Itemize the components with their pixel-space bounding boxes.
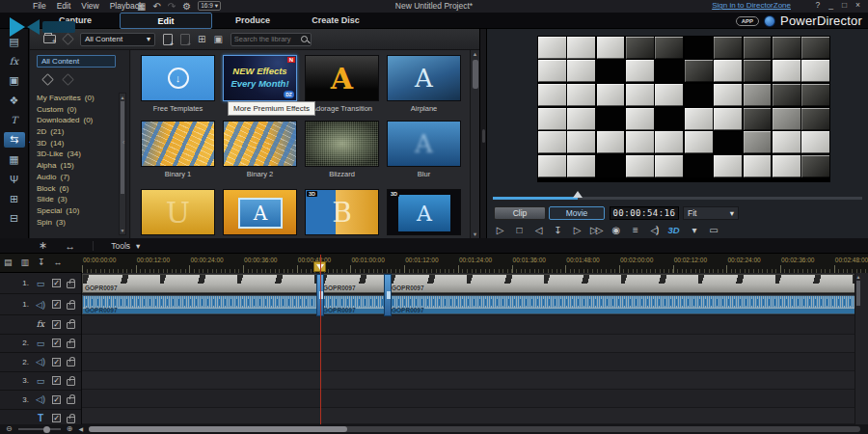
timeline-horizontal-scrollbar[interactable] <box>89 426 860 432</box>
timeline-vertical-scrollbar[interactable]: ▲ <box>854 273 861 424</box>
zoom-fit-dropdown[interactable]: Fit▾ <box>683 206 739 220</box>
track-header[interactable]: 1. ◁) ✓ <box>0 294 81 315</box>
tab-edit[interactable]: Edit <box>120 13 212 29</box>
audio-clip[interactable]: GOPR0097 <box>82 295 319 314</box>
track-enable-checkbox[interactable]: ✓ <box>52 300 61 309</box>
track-enable-checkbox[interactable]: ✓ <box>52 414 61 422</box>
track-header[interactable]: 1. ▭ ✓ <box>0 273 81 294</box>
maximize-button[interactable]: □ <box>842 0 847 10</box>
toolbar-icon[interactable]: ▦ <box>137 1 146 12</box>
zoom-out-button[interactable]: ⊖ <box>6 425 13 433</box>
transition-clip[interactable] <box>384 274 392 316</box>
zoom-in-button[interactable]: ⊕ <box>67 425 73 433</box>
library-thumbnail[interactable]: 3D A <box>223 189 297 235</box>
track-enable-checkbox[interactable]: ✓ <box>52 279 61 287</box>
close-button[interactable]: × <box>855 0 860 10</box>
library-thumbnail[interactable]: Binary 2 <box>223 121 297 178</box>
transport-button[interactable]: □ <box>513 225 524 235</box>
track-enable-checkbox[interactable]: ✓ <box>52 358 61 366</box>
category-item[interactable]: 3D-Like34 <box>37 149 120 160</box>
library-thumbnail[interactable]: 3D A ↓ NEW Effects Every Month! N DZ Air… <box>387 55 461 113</box>
track-lock-icon[interactable] <box>67 341 75 348</box>
library-thumbnail[interactable]: Binary 1 <box>141 121 215 178</box>
track-tool-icon[interactable]: ▤ <box>4 258 13 267</box>
timeline-ruler[interactable]: 00:00:00:00 00:00:12:00 00:00:24:00 00:0… <box>82 254 868 273</box>
category-item[interactable]: Slide3 <box>37 194 120 205</box>
library-scrollbar[interactable]: ▲▼ <box>470 50 479 238</box>
seek-bar[interactable] <box>493 197 862 200</box>
new-tag-icon[interactable] <box>41 73 54 86</box>
track-header[interactable]: 3. ◁) ✓ <box>0 391 81 410</box>
track-header[interactable]: fx ✓ <box>0 315 81 335</box>
library-thumbnail[interactable]: 3D A ↓ NEW Effects Every Month! N DZ Ado… <box>305 55 379 113</box>
category-item[interactable]: Special10 <box>37 205 120 217</box>
toolbar-icon[interactable]: ⚙ <box>182 1 191 12</box>
video-clip[interactable]: GOPR0097 <box>320 274 388 293</box>
toolbar-icon[interactable]: ↷ <box>168 1 176 12</box>
transport-button[interactable]: ◁) <box>648 225 659 235</box>
transport-button[interactable]: ▷ <box>571 225 582 235</box>
menu-edit[interactable]: Edit <box>57 1 71 11</box>
room-icon[interactable]: ⇆ <box>4 132 25 148</box>
category-item[interactable]: Spin3 <box>37 217 120 229</box>
track-enable-checkbox[interactable]: ✓ <box>52 320 61 329</box>
timecode-display[interactable]: 00:00:54:16 <box>610 206 679 220</box>
tab-create-disc[interactable]: Create Disc <box>289 13 382 29</box>
room-icon[interactable]: ▦ <box>4 151 25 167</box>
timeline-zoom-slider[interactable] <box>18 428 61 430</box>
scroll-left-arrow[interactable]: ◀ <box>78 425 83 433</box>
room-icon[interactable]: ▣ <box>4 73 25 89</box>
audio-clip[interactable]: GOPR0097 <box>320 295 388 314</box>
preview-video[interactable] <box>537 36 830 182</box>
track-header[interactable]: 2. ◁) ✓ <box>0 353 81 372</box>
room-icon[interactable]: ⊞ <box>4 191 25 206</box>
room-icon[interactable]: fx <box>4 53 25 68</box>
track-lock-icon[interactable] <box>67 322 75 329</box>
library-thumbnail[interactable]: A Blur <box>387 121 461 178</box>
track-header[interactable]: 3. ▭ ✓ <box>0 372 81 392</box>
track-tool-icon[interactable]: ▥ <box>21 258 30 267</box>
transport-button[interactable]: 3D <box>667 225 679 235</box>
track-lock-icon[interactable] <box>67 282 75 288</box>
video-clip[interactable]: GOPR0097 <box>389 274 858 293</box>
clip-mode-button[interactable]: Clip <box>494 206 546 220</box>
aspect-ratio-selector[interactable]: 16:9 ▾ <box>198 1 221 11</box>
category-all-content[interactable]: All Content <box>37 55 116 68</box>
track-tool-icon[interactable]: ↧ <box>38 258 45 267</box>
timeline-tool-icon[interactable]: ↔ <box>65 240 75 252</box>
library-search[interactable] <box>231 33 312 46</box>
category-item[interactable]: 3D14 <box>37 138 120 149</box>
library-thumbnail[interactable]: Blizzard <box>305 121 379 178</box>
room-icon[interactable]: Ψ <box>4 172 25 187</box>
timeline-tool-icon[interactable]: ∗ <box>39 239 47 252</box>
track-enable-checkbox[interactable]: ✓ <box>52 339 61 347</box>
category-item[interactable]: My Favorites0 <box>37 93 120 104</box>
track-tool-icon[interactable]: ↔ <box>54 258 63 267</box>
video-clip[interactable]: GOPR0097 <box>82 274 319 293</box>
category-item[interactable]: Block6 <box>37 183 120 195</box>
category-item[interactable]: Alpha15 <box>37 160 120 172</box>
panel-divider[interactable] <box>479 29 487 238</box>
category-collapse-handle[interactable]: ‹ <box>122 139 124 146</box>
track-enable-checkbox[interactable]: ✓ <box>52 376 61 385</box>
category-scrollbar[interactable]: ▲▼ <box>119 93 126 235</box>
undock-library-icon[interactable]: ▣ <box>213 34 222 44</box>
import-media-icon[interactable] <box>163 34 173 45</box>
tab-produce[interactable]: Produce <box>206 13 299 29</box>
transport-button[interactable]: ▷ <box>494 225 504 235</box>
signin-directorzone-link[interactable]: Sign in to DirectorZone <box>712 1 791 10</box>
transport-button[interactable]: ◁ <box>532 225 543 235</box>
track-lock-icon[interactable] <box>67 303 75 310</box>
help-button[interactable]: ? <box>815 0 820 10</box>
library-thumbnail[interactable]: 3D ↓ NEW Effects Every Month! N DZ Free … <box>141 55 215 113</box>
track-enable-checkbox[interactable]: ✓ <box>52 395 61 404</box>
app-badge[interactable]: APP <box>736 16 759 26</box>
track-lock-icon[interactable] <box>67 417 75 423</box>
transport-button[interactable]: ≡ <box>629 225 639 235</box>
library-thumbnail[interactable]: 3D A <box>387 189 461 235</box>
seek-handle[interactable] <box>573 191 583 198</box>
toolbar-icon[interactable]: ↶ <box>152 1 160 12</box>
audio-clip[interactable]: GOPR0097 <box>389 295 858 314</box>
category-item[interactable]: Downloaded0 <box>37 115 120 126</box>
room-icon[interactable]: ⊟ <box>4 211 25 227</box>
